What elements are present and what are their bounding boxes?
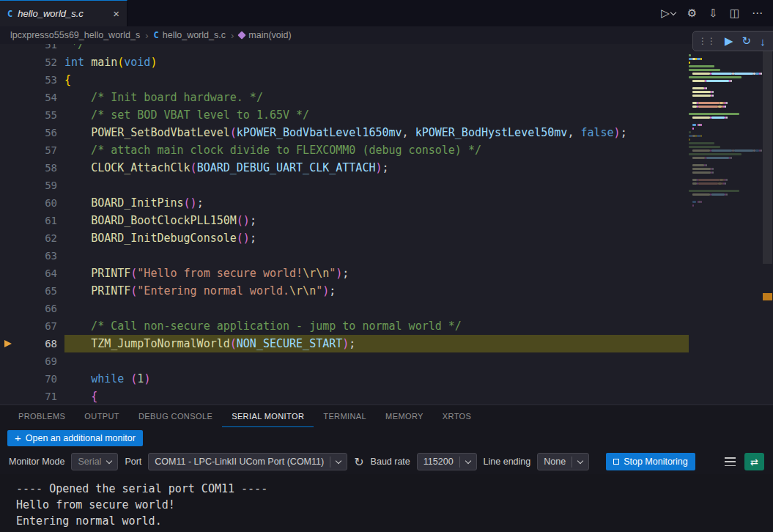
panel-tab-terminal[interactable]: TERMINAL [314, 405, 376, 427]
gutter-row[interactable]: 60 [0, 194, 57, 212]
gutter-row[interactable]: 71 [0, 388, 57, 404]
code-token: () [237, 232, 250, 245]
panel-tab-serial-monitor[interactable]: SERIAL MONITOR [222, 405, 314, 427]
panel-tab-xrtos[interactable]: XRTOS [433, 405, 481, 427]
minimap-line [689, 193, 762, 196]
line-number: 70 [16, 373, 57, 385]
breadcrumb-item[interactable]: Chello_world_s.c [154, 30, 226, 40]
close-tab-icon[interactable]: × [113, 8, 119, 19]
gutter-row[interactable]: 64 [0, 265, 57, 282]
gutter-row[interactable]: 52 [0, 53, 57, 71]
editor-scrollbar[interactable] [762, 44, 773, 404]
code-line[interactable]: BOARD_BootClockPLL150M(); [64, 212, 689, 229]
gutter-row[interactable]: 63 [0, 247, 57, 265]
code-token: ; [349, 337, 355, 350]
code-line[interactable]: /* set BOD VBAT level to 1.65V */ [64, 106, 689, 124]
restart-icon[interactable]: ↻ [742, 34, 752, 48]
gutter-row[interactable]: 59 [0, 177, 57, 194]
gutter-row[interactable]: 67 [0, 317, 57, 335]
code-line[interactable]: { [64, 71, 689, 89]
line-ending-label: Line ending [484, 457, 531, 467]
code-line[interactable] [64, 177, 689, 194]
code-line[interactable]: POWER_SetBodVbatLevel(kPOWER_BodVbatLeve… [64, 124, 689, 141]
gutter-row[interactable]: 54 [0, 89, 57, 106]
editor-code-area[interactable]: */int main(void){ /* Init board hardware… [57, 44, 689, 404]
code-line[interactable] [64, 247, 689, 265]
gutter-row[interactable]: 55 [0, 106, 57, 124]
tab-hello-world-s-c[interactable]: C hello_world_s.c × [0, 0, 127, 26]
minimap-line [689, 149, 762, 152]
baud-rate-select[interactable]: 115200 [417, 453, 477, 470]
refresh-ports-icon[interactable]: ↻ [354, 455, 363, 469]
code-token: ) [614, 126, 621, 139]
minimap-line [689, 168, 762, 170]
line-number: 61 [16, 215, 57, 226]
line-number: 54 [16, 92, 57, 103]
code-editor[interactable]: 5152535455565758596061626364656667686970… [0, 44, 773, 404]
serial-monitor-controls: Monitor Mode Serial Port COM11 - LPC-Lin… [0, 449, 773, 474]
gutter-row[interactable]: 56 [0, 124, 57, 141]
line-ending-select[interactable]: None [537, 453, 589, 470]
code-line[interactable]: while (1) [64, 370, 689, 388]
breadcrumb-item[interactable]: main(void) [239, 30, 291, 40]
chevron-down-icon [106, 457, 112, 463]
serial-monitor-output[interactable]: ---- Opened the serial port COM11 ----He… [0, 474, 773, 532]
port-label: Port [125, 457, 141, 467]
code-line-current[interactable]: TZM_JumpToNormalWorld(NON_SECURE_START); [64, 335, 689, 352]
download-icon[interactable]: ⇩ [709, 7, 718, 20]
minimap-line [689, 62, 762, 64]
minimap[interactable] [689, 44, 762, 404]
gutter-row[interactable]: 65 [0, 282, 57, 300]
panel-tab-output[interactable]: OUTPUT [75, 405, 129, 427]
code-line[interactable]: /* Init board hardware. */ [64, 89, 689, 106]
scrollbar-thumb[interactable] [763, 44, 772, 264]
settings-gear-icon[interactable]: ⚙ [687, 7, 697, 20]
gutter-row[interactable]: 70 [0, 370, 57, 388]
code-line[interactable]: /* Call non-secure application - jump to… [64, 317, 689, 335]
more-actions-icon[interactable]: ⋯ [752, 7, 763, 20]
code-line[interactable]: { [64, 388, 689, 404]
gutter-row[interactable]: 61 [0, 212, 57, 229]
code-line[interactable] [64, 352, 689, 370]
minimap-line [689, 124, 762, 126]
code-line[interactable]: /* attach main clock divide to FLEXCOMM0… [64, 141, 689, 159]
code-line[interactable]: CLOCK_AttachClk(BOARD_DEBUG_UART_CLK_ATT… [64, 159, 689, 177]
port-select[interactable]: COM11 - LPC-LinkII UCom Port (COM11) [148, 453, 347, 470]
minimap-line [689, 109, 762, 111]
gutter-row[interactable]: 66 [0, 300, 57, 317]
code-line[interactable]: */ [64, 44, 689, 53]
step-into-icon[interactable]: ↓ [760, 35, 766, 48]
gutter-row[interactable]: 51 [0, 44, 57, 53]
panel-tab-memory[interactable]: MEMORY [376, 405, 433, 427]
minimap-line [689, 120, 762, 122]
minimap-line [689, 131, 762, 133]
editor-gutter[interactable]: 5152535455565758596061626364656667686970… [0, 44, 57, 404]
code-line[interactable] [64, 300, 689, 317]
split-editor-icon[interactable]: ◫ [730, 7, 740, 20]
code-line[interactable]: BOARD_InitDebugConsole(); [64, 229, 689, 247]
open-in-terminal-icon[interactable]: ⇄ [744, 453, 764, 470]
open-additional-monitor-button[interactable]: Open an additional monitor [7, 430, 143, 446]
panel-tab-debug-console[interactable]: DEBUG CONSOLE [129, 405, 222, 427]
code-line[interactable]: int main(void) [64, 53, 689, 71]
code-token: ( [117, 56, 124, 69]
code-line[interactable]: BOARD_InitPins(); [64, 194, 689, 212]
code-line[interactable]: PRINTF("Entering normal world.\r\n"); [64, 282, 689, 300]
gutter-row[interactable]: 69 [0, 352, 57, 370]
run-or-debug-icon[interactable]: ▷ [661, 7, 676, 20]
clear-output-icon[interactable] [725, 457, 736, 467]
continue-icon[interactable]: ▶ [725, 34, 733, 48]
stop-monitoring-button[interactable]: Stop Monitoring [606, 453, 695, 470]
code-token: kPOWER_BodHystLevel50mv [415, 126, 568, 139]
gutter-row[interactable]: 58 [0, 159, 57, 177]
gutter-row[interactable]: 68 [0, 335, 57, 352]
monitor-mode-select[interactable]: Serial [71, 453, 118, 470]
code-line[interactable]: PRINTF("Hello from secure world!\r\n"); [64, 265, 689, 282]
code-token: ( [230, 337, 237, 350]
gutter-row[interactable]: 62 [0, 229, 57, 247]
breadcrumb-item[interactable]: lpcxpresso55s69_hello_world_s [10, 30, 140, 40]
gutter-row[interactable]: 57 [0, 141, 57, 159]
minimap-line [689, 91, 762, 93]
panel-tab-problems[interactable]: PROBLEMS [9, 405, 75, 427]
gutter-row[interactable]: 53 [0, 71, 57, 89]
